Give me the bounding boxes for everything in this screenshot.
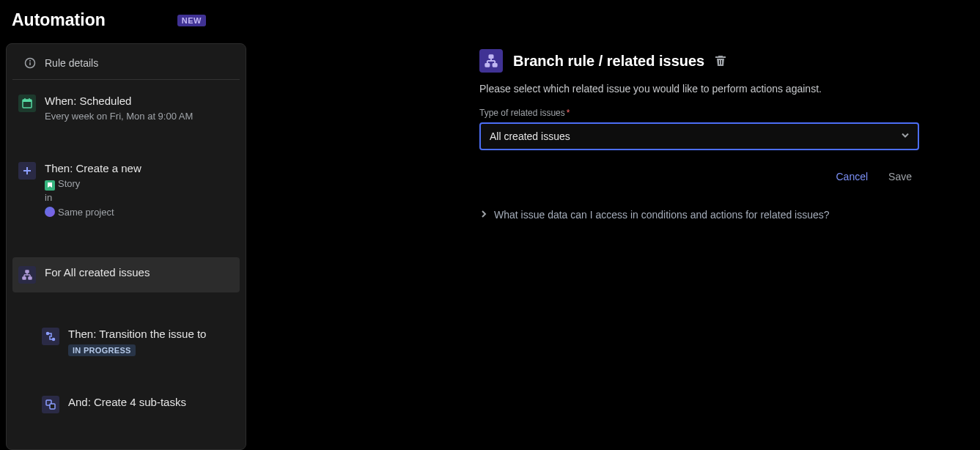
step-title: Then: Create a new [45,162,234,174]
help-expandable[interactable]: What issue data can I access in conditio… [479,206,919,224]
related-issues-select[interactable]: All created issues [479,122,919,150]
delete-button[interactable] [715,55,726,67]
panel-header: Branch rule / related issues [479,49,919,73]
svg-rect-11 [29,277,32,279]
step-then-create[interactable]: Then: Create a new Story in Same project [7,153,246,229]
help-text: What issue data can I access in conditio… [494,209,830,221]
svg-rect-20 [489,55,493,58]
step-and-subtasks[interactable]: And: Create 4 sub-tasks [7,387,246,422]
page-title: Automation [12,10,106,30]
branch-panel-icon [479,49,503,73]
transition-icon [42,328,59,345]
status-badge: IN PROGRESS [68,344,136,356]
step-title: For All created issues [45,266,228,279]
svg-point-16 [47,333,49,335]
plus-icon [18,162,36,180]
svg-rect-9 [26,270,29,273]
svg-rect-4 [23,100,32,102]
project-icon [45,207,55,217]
svg-point-1 [29,60,31,62]
story-icon [45,180,55,191]
select-value[interactable]: All created issues [479,122,919,150]
field-label: Type of related issues* [479,108,919,118]
svg-point-17 [53,339,55,341]
config-panel: Branch rule / related issues Please sele… [444,43,943,450]
calendar-icon [18,95,36,112]
svg-rect-10 [23,277,26,279]
svg-rect-2 [29,62,31,65]
panel-actions: Cancel Save [479,165,919,188]
rule-details-header[interactable]: Rule details [12,47,240,80]
subtask-icon [42,396,59,413]
step-for-branch[interactable]: For All created issues [12,257,240,292]
page-header: Automation NEW [0,0,980,43]
step-when-scheduled[interactable]: When: Scheduled Every week on Fri, Mon a… [7,86,246,133]
new-badge: NEW [177,15,206,26]
chevron-right-icon [479,209,488,221]
save-button[interactable]: Save [881,165,919,188]
rule-details-label: Rule details [45,57,98,69]
svg-rect-21 [485,64,489,67]
step-subtitle: Story in Same project [45,177,234,220]
step-then-transition[interactable]: Then: Transition the issue to IN PROGRES… [7,319,246,365]
panel-description: Please select which related issue you wo… [479,83,919,95]
step-subtitle: Every week on Fri, Mon at 9:00 AM [45,109,234,124]
cancel-button[interactable]: Cancel [828,165,875,188]
rule-steps-list: When: Scheduled Every week on Fri, Mon a… [7,80,246,428]
required-indicator: * [567,108,570,118]
branch-icon [18,266,36,284]
step-title: When: Scheduled [45,95,234,107]
svg-rect-22 [493,64,497,67]
svg-rect-19 [50,404,55,409]
info-icon [24,57,36,69]
step-title: Then: Transition the issue to [68,328,234,340]
panel-title: Branch rule / related issues [513,53,704,70]
rule-sidebar: Rule details When: Scheduled Every week … [6,43,246,450]
step-title: And: Create 4 sub-tasks [68,396,234,408]
